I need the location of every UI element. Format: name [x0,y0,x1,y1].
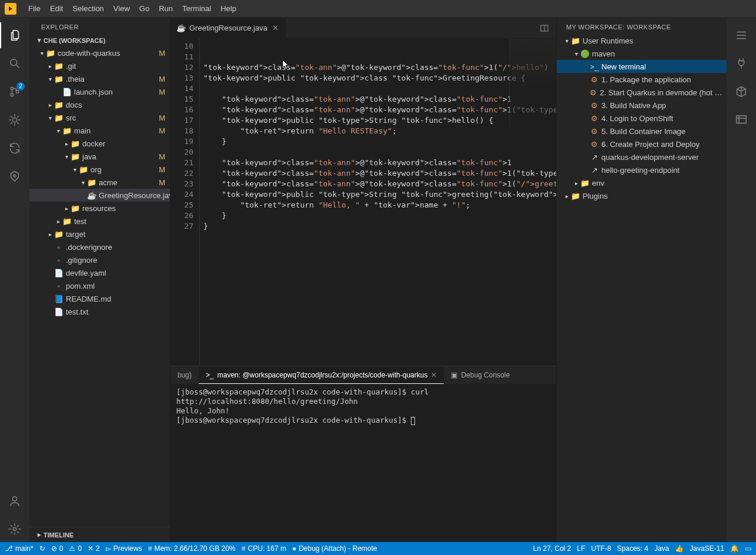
status-item[interactable]: LF [577,544,586,553]
file-icon: 📁 [46,49,55,58]
tree-item[interactable]: ▾📁javaM [29,150,170,163]
workspace-item[interactable]: ▸📁env [557,176,727,189]
workspace-item[interactable]: ⚙6. Create Project and Deploy [557,138,727,151]
menu-view[interactable]: View [109,2,135,15]
bottom-tabs: bug)>_maven: @workspacepwq7dzcodjlrsu2x:… [170,366,556,384]
status-item[interactable]: ✕2 [88,544,100,553]
status-bar: ⎇main*↻⊘0⚠0✕2▻Previews≡Mem: 2.66/12.70 G… [0,542,756,555]
tree-item[interactable]: ▾📁acmeM [29,176,170,189]
workspace-item[interactable]: ▾📁User Runtimes [557,34,727,47]
workspace-item[interactable]: ⚙2. Start Quarkus in devmode (hot dep… [557,86,727,99]
tree-item[interactable]: ☕GreetingResource.javaM [29,189,170,202]
minimap[interactable] [509,39,556,127]
workspace-item[interactable]: >_New terminal [557,60,727,73]
status-item[interactable]: ≡CPU: 167 m [242,544,286,553]
file-icon: 📄 [54,269,63,278]
workspace-item[interactable]: ▾🟢maven [557,47,727,60]
status-item[interactable]: ▻Previews [106,544,142,553]
tree-item[interactable]: ▾📁mainM [29,124,170,137]
tree-item[interactable]: ▸📁test [29,215,170,228]
tree-item[interactable]: 📄test.txt [29,305,170,318]
workspace-item[interactable]: ↗quarkus-development-server [557,151,727,163]
menu-go[interactable]: Go [135,2,154,15]
tree-item[interactable]: 📄launch.jsonM [29,85,170,98]
close-tab-icon[interactable]: ✕ [271,24,280,32]
tree-item[interactable]: ▾📁orgM [29,163,170,176]
editor-tab[interactable]: ☕ GreetingResource.java ✕ [170,18,286,38]
gear-icon[interactable] [0,516,29,542]
workspace-item[interactable]: ⚙5. Build Container Image [557,125,727,138]
menu-file[interactable]: File [24,2,45,15]
debug-icon[interactable] [0,107,29,133]
tree-item[interactable]: ◦pom.xml [29,279,170,292]
menu-help[interactable]: Help [216,2,241,15]
workspace-item[interactable]: ⚙3. Build Native App [557,99,727,112]
list-icon[interactable] [727,22,756,48]
tree-item[interactable]: ▸📁target [29,228,170,240]
modified-badge: M [159,126,165,135]
tree-item-label: .gitignore [66,256,97,265]
file-icon: 📁 [71,152,80,161]
status-item[interactable]: UTF-8 [591,544,611,553]
status-item[interactable]: ↻ [39,544,45,553]
search-icon[interactable] [0,51,29,76]
status-item[interactable]: JavaSE-11 [690,544,724,553]
status-item[interactable]: 🔔 [730,544,739,553]
status-item[interactable]: ●Debug (Attach) - Remote [292,544,377,553]
panel-tab[interactable]: bug) [170,366,199,384]
sync-icon[interactable] [0,135,29,161]
panel-tab[interactable]: ▣Debug Console [444,366,517,384]
panel-tab[interactable]: >_maven: @workspacepwq7dzcodjlrsu2x:/pro… [199,366,444,384]
status-item[interactable]: ▭ [745,544,751,553]
tree-item-label: docker [82,139,105,148]
files-icon[interactable] [0,22,29,48]
tree-item[interactable]: ▸📁docker [29,137,170,150]
status-item[interactable]: Ln 27, Col 2 [533,544,571,553]
tree-item[interactable]: ▾📁code-with-quarkusM [29,46,170,59]
status-item[interactable]: ⚠0 [69,544,82,553]
workspace-item-label: New terminal [601,62,646,71]
cube-icon[interactable] [727,79,756,105]
account-icon[interactable] [0,488,29,514]
workspace-item[interactable]: ⚙4. Login to OpenShift [557,112,727,125]
explorer-section-header[interactable]: ▾ CHE (WORKSPACE) [29,34,170,46]
status-item[interactable]: ⎇main* [5,544,34,553]
chevron-down-icon: ▾ [38,36,41,44]
tree-item[interactable]: ▸📁docs [29,98,170,111]
kubernetes-icon[interactable] [0,163,29,189]
terminal-line: [jboss@workspacepwq7dzcodjlrsu2x code-wi… [176,387,550,406]
status-item[interactable]: ≡Mem: 2.66/12.70 GB 20% [148,544,235,553]
workspace-item[interactable]: ↗hello-greeting-endpoint [557,163,727,176]
status-item[interactable]: 👍 [675,544,684,553]
menu-edit[interactable]: Edit [45,2,68,15]
tree-item[interactable]: ▾📁srcM [29,111,170,124]
timeline-section[interactable]: ▸ TIMELINE [29,527,170,542]
status-item[interactable]: Java [654,544,669,553]
tree-item-label: .dockerignore [66,243,112,252]
tree-item[interactable]: 📄devfile.yaml [29,266,170,279]
terminal[interactable]: [jboss@workspacepwq7dzcodjlrsu2x code-wi… [170,384,556,542]
tree-item[interactable]: ▸📁.git [29,59,170,72]
tree-item[interactable]: ▾📁.theiaM [29,72,170,85]
menu-selection[interactable]: Selection [68,2,108,15]
tree-item[interactable]: 📘README.md [29,292,170,305]
endpoints-icon[interactable] [727,107,756,133]
workspace-item[interactable]: ⚙1. Package the application [557,73,727,86]
file-icon: 📁 [71,139,80,148]
status-text: 2 [96,544,100,553]
source-control-icon[interactable]: 2 [0,79,29,105]
status-item[interactable]: Spaces: 4 [617,544,648,553]
code-content[interactable]: "tok-keyword">class="tok-ann">@"tok-keyw… [200,39,556,366]
tree-item[interactable]: ◦.dockerignore [29,240,170,253]
workspace-item[interactable]: ▸📁Plugins [557,189,727,202]
status-item[interactable]: ⊘0 [51,544,63,553]
plug-icon[interactable] [727,51,756,76]
code-editor[interactable]: 101112131415161718192021222324252627 "to… [170,39,556,366]
tree-item-label: acme [99,178,118,187]
close-tab-icon[interactable]: ✕ [431,371,437,379]
split-editor-icon[interactable] [533,18,556,38]
menu-terminal[interactable]: Terminal [178,2,216,15]
menu-run[interactable]: Run [154,2,178,15]
tree-item[interactable]: ◦.gitignore [29,253,170,266]
tree-item[interactable]: ▸📁resources [29,202,170,215]
